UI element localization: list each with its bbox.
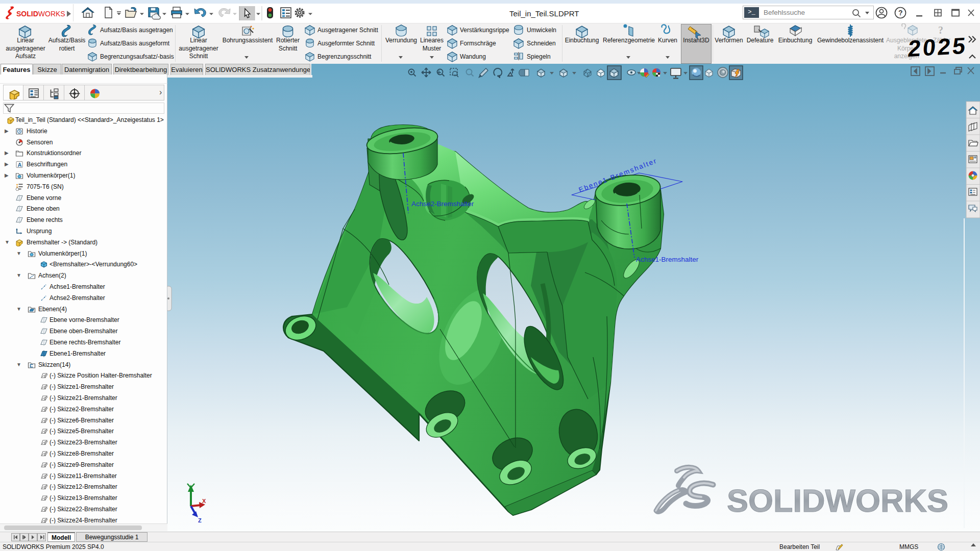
svg-text:Achse2-Bremshalter: Achse2-Bremshalter xyxy=(411,200,474,208)
svg-text:Z: Z xyxy=(198,517,202,523)
svg-text:X: X xyxy=(202,498,206,504)
svg-text:SOLIDWORKS: SOLIDWORKS xyxy=(727,483,948,518)
svg-text:Achse1-Bremshalter: Achse1-Bremshalter xyxy=(636,256,699,263)
